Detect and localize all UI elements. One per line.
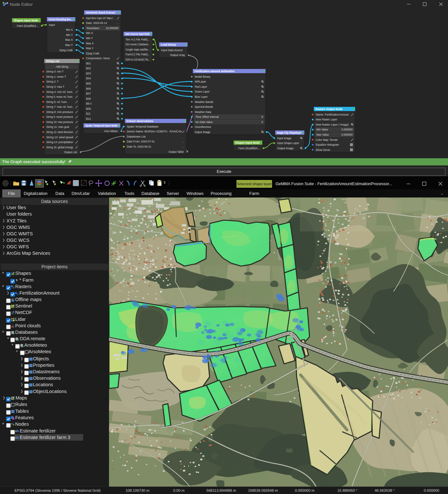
svg-text:Blue Layer: Blue Layer: [195, 95, 208, 98]
svg-text:Resolution: Resolution: [87, 27, 100, 30]
svg-text:Spatio Temporal Input Node: Spatio Temporal Input Node: [85, 124, 117, 127]
svg-text:Epsg Code: Epsg Code: [86, 52, 99, 55]
svg-text:Ouput Image: Ouput Image: [195, 130, 210, 134]
svg-text:Show Zeros: Show Zeros: [316, 148, 330, 152]
svg-text:Data Sources Input Node: Data Sources Input Node: [125, 32, 149, 36]
svg-text:Input: Input: [49, 23, 55, 27]
svg-text:String 11: max gust: String 11: max gust: [46, 125, 70, 129]
svg-text:Min Value: Min Value: [316, 128, 328, 131]
svg-text:Datastream List: Datastream List: [127, 135, 146, 138]
svg-text:String 7: max rel. hum.: String 7: max rel. hum.: [46, 105, 73, 108]
svg-text:Min Y: Min Y: [66, 33, 73, 37]
svg-text:String 5: mean rel. hum.: String 5: mean rel. hum.: [46, 95, 73, 98]
svg-text:0.000000: 0.000000: [341, 128, 353, 131]
svg-text:B01: B01: [86, 62, 91, 65]
svg-text:Fertilization amount estimatio: Fertilization amount estimation: [194, 70, 235, 73]
svg-text:Terr AI [ File Path]...: Terr AI [ File Path]...: [126, 38, 150, 41]
svg-text:Input Wcs Caps Url: https:/...: Input Wcs Caps Url: https:/...: [86, 17, 115, 20]
svg-text:Node Editor: Node Editor: [10, 2, 33, 7]
svg-text:Farm (91a9f824...: Farm (91a9f824...: [238, 147, 260, 150]
svg-text:No Data Value: No Data Value: [195, 120, 213, 124]
svg-text:Farm (91a9f824...: Farm (91a9f824...: [17, 24, 38, 28]
svg-text:String 3: max T: String 3: max T: [46, 85, 64, 88]
svg-text:Epsg Code: Epsg Code: [60, 49, 73, 52]
svg-text:New Raster Layer: New Raster Layer: [316, 118, 337, 121]
svg-text:String 9: mean pressure: String 9: mean pressure: [46, 115, 73, 118]
svg-text:Shapes Input Node: Shapes Input Node: [235, 141, 260, 144]
svg-text:Model Binary: Model Binary: [195, 75, 211, 78]
svg-text:New Raster Layer ( Image): New Raster Layer ( Image): [316, 123, 349, 126]
svg-text:String 4: min rel. hum.: String 4: min rel. hum.: [46, 90, 73, 94]
svg-text:Min X: Min X: [66, 28, 73, 31]
svg-text:String 10: max pressure: String 10: max pressure: [46, 120, 73, 124]
svg-text:Extract Bounding Box...: Extract Bounding Box...: [49, 18, 72, 21]
svg-text:B8 A: B8 A: [86, 102, 92, 105]
svg-text:String 2: T: String 2: T: [46, 80, 59, 83]
svg-text:Google maps satellite...: Google maps satellite...: [126, 48, 150, 51]
svg-text:B07: B07: [86, 92, 91, 95]
svg-text:Max Y: Max Y: [86, 47, 94, 50]
svg-text:Input Image: Input Image: [277, 137, 291, 140]
svg-text:Weather Data: Weather Data: [195, 110, 211, 114]
svg-text:Red Layer: Red Layer: [195, 85, 207, 88]
svg-text:Add String: Add String: [56, 65, 68, 68]
svg-text:Weather Bands: Weather Bands: [195, 100, 213, 104]
svg-text:8: 8: [261, 115, 263, 118]
svg-text:String 12: wind direction: String 12: wind direction: [46, 130, 73, 134]
svg-text:0.000000: 0.000000: [341, 133, 353, 136]
svg-text:Arso Meteo: Arso Meteo: [104, 129, 118, 133]
svg-text:Compression: None: Compression: None: [86, 57, 110, 60]
svg-text:Load binary: Load binary: [161, 43, 176, 46]
svg-text:String 15: global energy: String 15: global energy: [46, 146, 73, 149]
svg-text:Color Map: Terrain: Color Map: Terrain: [316, 138, 338, 141]
svg-text:Farm3 [ File Path]...: Farm3 [ File Path]...: [126, 53, 150, 56]
svg-text:0: 0: [261, 120, 263, 124]
svg-text:Max Y: Max Y: [65, 43, 73, 47]
svg-text:NIRLayer: NIRLayer: [195, 80, 206, 83]
svg-text:Rasters Output Node: Rasters Output Node: [315, 107, 343, 111]
svg-text:Green Layer: Green Layer: [195, 90, 210, 93]
svg-text:ESRI Arc GIS World [ Tile...: ESRI Arc GIS World [ Tile...: [126, 58, 150, 61]
svg-text:String 14: precipitation: String 14: precipitation: [46, 140, 73, 144]
svg-text:String List: String List: [46, 60, 60, 63]
svg-text:10.000000: 10.000000: [106, 27, 119, 30]
svg-text:Input Data Source: Input Data Source: [161, 49, 183, 52]
svg-text:Max X: Max X: [86, 42, 94, 45]
svg-text:B08: B08: [86, 97, 91, 100]
svg-text:...: ...: [182, 145, 184, 148]
svg-text:Date To: 2020-08-31: Date To: 2020-08-31: [127, 145, 151, 148]
svg-text:Date: 2025-05-14: Date: 2025-05-14: [86, 21, 107, 25]
svg-text:Extract observations: Extract observations: [126, 119, 153, 123]
svg-text:Max X: Max X: [65, 38, 73, 41]
svg-text:String 6: rel. hum.: String 6: rel. hum.: [46, 100, 67, 104]
svg-text:Date From: 2020-07-01: Date From: 2020-07-01: [127, 140, 155, 143]
svg-text:Shapes Input Node: Shapes Input Node: [14, 19, 38, 22]
svg-text:Min Y: Min Y: [86, 37, 93, 40]
svg-text:Max Value: Max Value: [316, 133, 329, 136]
svg-text:...: ...: [182, 140, 184, 143]
svg-text:B12: B12: [86, 117, 91, 120]
svg-text:Output Image: Output Image: [277, 147, 294, 150]
svg-text:B02: B02: [86, 67, 91, 70]
svg-text:String 0: min T: String 0: min T: [46, 70, 64, 73]
svg-text:Name: FertilizationAmount: Name: FertilizationAmount: [316, 113, 349, 116]
svg-text:Min X: Min X: [86, 31, 93, 35]
svg-text:Georeference: Georeference: [195, 125, 211, 129]
svg-text:DDA remote [ Databasel...: DDA remote [ Databasel...: [126, 43, 150, 46]
svg-text:Output List: Output List: [64, 151, 77, 154]
svg-text:Sentinel2 Band Extract: Sentinel2 Band Extract: [86, 11, 115, 14]
svg-text:Image Clip Shapelayer: Image Clip Shapelayer: [277, 131, 302, 134]
svg-text:Device Name: MURSKA SOBOTA - R: Device Name: MURSKA SOBOTA - RAKIČAN: [127, 130, 182, 133]
svg-text:B05: B05: [86, 82, 91, 85]
svg-text:String 8: min pressure: String 8: min pressure: [46, 110, 73, 114]
svg-text:B04: B04: [86, 77, 91, 80]
svg-text:...: ...: [116, 22, 119, 25]
svg-text:Spectral Bands: Spectral Bands: [195, 105, 213, 108]
svg-text:Input Shape Layer: Input Shape Layer: [277, 141, 299, 145]
svg-text:B11: B11: [86, 112, 91, 115]
svg-text:Output Array: Output Array: [170, 53, 185, 57]
svg-text:Equalize Histogram: Equalize Histogram: [316, 143, 339, 146]
svg-text:String 1: mean T: String 1: mean T: [46, 75, 66, 78]
svg-text:B06: B06: [86, 87, 91, 90]
svg-text:B03: B03: [86, 72, 91, 75]
